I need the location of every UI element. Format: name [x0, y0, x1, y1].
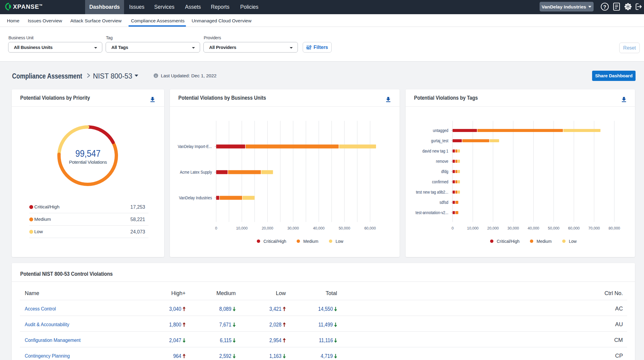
svg-text:Acme Latex Supply: Acme Latex Supply — [180, 170, 212, 175]
svg-text:i: i — [155, 74, 156, 78]
svg-text:10,000: 10,000 — [236, 226, 247, 230]
svg-text:0: 0 — [451, 226, 454, 230]
svg-text:20,000: 20,000 — [262, 226, 273, 230]
svg-text:sdfsd: sdfsd — [439, 200, 448, 205]
svg-text:60,000: 60,000 — [568, 226, 580, 230]
svg-text:test-annotation-v2...: test-annotation-v2... — [416, 210, 448, 215]
svg-text:?: ? — [603, 4, 606, 10]
svg-text:untagged: untagged — [433, 128, 448, 133]
svg-text:dfdg: dfdg — [441, 169, 448, 174]
svg-text:0: 0 — [215, 226, 217, 230]
svg-text:80,000: 80,000 — [609, 226, 620, 230]
svg-text:confirmed: confirmed — [432, 179, 448, 184]
svg-text:10,000: 10,000 — [467, 226, 479, 230]
svg-text:30,000: 30,000 — [508, 226, 519, 230]
svg-text:20,000: 20,000 — [487, 226, 499, 230]
svg-text:test new tag a9b2...: test new tag a9b2... — [416, 190, 448, 194]
svg-text:50,000: 50,000 — [548, 226, 560, 230]
svg-text:VanDelay Import-E...: VanDelay Import-E... — [178, 144, 212, 149]
svg-text:david new tag 1: david new tag 1 — [422, 149, 448, 153]
svg-text:30,000: 30,000 — [287, 226, 299, 230]
svg-text:40,000: 40,000 — [313, 226, 324, 230]
svg-text:60,000: 60,000 — [364, 226, 376, 230]
svg-text:40,000: 40,000 — [528, 226, 539, 230]
svg-text:70,000: 70,000 — [588, 226, 600, 230]
svg-text:gurtaj_test: gurtaj_test — [431, 138, 448, 143]
svg-text:remove: remove — [436, 159, 448, 164]
svg-text:50,000: 50,000 — [339, 226, 350, 230]
svg-text:VanDelay Industries: VanDelay Industries — [179, 195, 212, 200]
